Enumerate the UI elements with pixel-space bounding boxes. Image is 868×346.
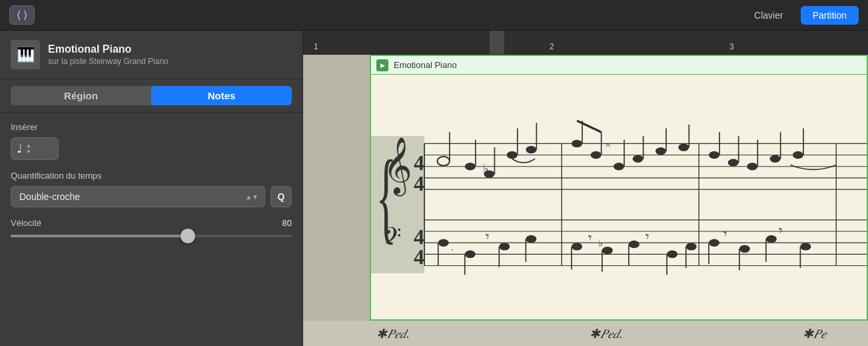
svg-point-40 xyxy=(633,155,644,163)
insert-group: Insérer ♩ ▲ ▼ xyxy=(11,122,292,160)
top-bar-right: Clavier Partition xyxy=(742,6,859,25)
svg-text:𝄢: 𝄢 xyxy=(383,223,402,255)
pedal-row: ✱𝑃𝑒𝑑. ✱𝑃𝑒𝑑. ✱𝑃𝑒 xyxy=(303,321,868,346)
quantization-select[interactable]: Double-croche xyxy=(11,186,265,207)
svg-text:𝄾: 𝄾 xyxy=(486,233,489,239)
clef-background xyxy=(303,55,370,321)
notes-toggle-button[interactable]: Notes xyxy=(151,86,292,105)
svg-point-55 xyxy=(793,151,803,159)
quantization-select-wrapper: Double-croche ▲▼ xyxy=(11,186,265,207)
top-bar-left: ⟨ ⟩ xyxy=(9,5,35,25)
velocity-label-row: Vélocité 80 xyxy=(11,218,292,228)
svg-point-44 xyxy=(678,143,689,151)
track-name: Emotional Piano xyxy=(48,43,169,55)
svg-point-35 xyxy=(591,151,602,159)
svg-text:^: ^ xyxy=(606,142,611,152)
region-toggle-button[interactable]: Région xyxy=(11,86,151,105)
timeline-mark-2: 2 xyxy=(550,42,554,51)
stepper-down-icon: ▼ xyxy=(26,149,31,155)
svg-point-83 xyxy=(739,245,750,253)
svg-point-33 xyxy=(572,140,582,147)
note-icon: ♩ xyxy=(17,141,22,156)
timeline-mark-3: 3 xyxy=(729,42,734,51)
region-header: ▶ Emotional Piano xyxy=(371,56,867,75)
playhead-indicator xyxy=(490,31,504,54)
stepper-up-icon: ▲ xyxy=(26,143,31,149)
insert-label: Insérer xyxy=(11,122,292,132)
left-panel: 🎹 Emotional Piano sur la piste Steinway … xyxy=(0,31,303,346)
svg-point-51 xyxy=(747,163,757,170)
svg-point-73 xyxy=(629,241,640,248)
controls-section: Insérer ♩ ▲ ▼ Quantification du temps xyxy=(0,113,302,247)
svg-point-57 xyxy=(438,239,449,246)
svg-text:𝄾: 𝄾 xyxy=(646,233,649,239)
velocity-value: 80 xyxy=(282,218,292,228)
svg-point-78 xyxy=(686,243,697,250)
track-details: Emotional Piano sur la piste Steinway Gr… xyxy=(48,43,169,66)
note-stepper[interactable]: ♩ ▲ ▼ xyxy=(11,137,59,160)
svg-text:4: 4 xyxy=(414,245,424,269)
svg-point-65 xyxy=(526,235,536,243)
tab-clavier-button[interactable]: Clavier xyxy=(742,6,795,25)
svg-point-76 xyxy=(667,251,677,258)
track-info: 🎹 Emotional Piano sur la piste Steinway … xyxy=(0,31,302,79)
svg-point-24 xyxy=(465,163,476,170)
svg-point-85 xyxy=(766,235,777,243)
tab-partition-button[interactable]: Partition xyxy=(801,6,859,25)
app-container: ⟨ ⟩ Clavier Partition 🎹 Emotional Piano … xyxy=(0,0,868,346)
svg-point-31 xyxy=(526,146,536,153)
q-button[interactable]: Q xyxy=(270,186,292,207)
svg-point-29 xyxy=(507,151,518,159)
svg-text:𝄾: 𝄾 xyxy=(723,231,727,237)
svg-text:.: . xyxy=(451,243,454,253)
main-area: 🎹 Emotional Piano sur la piste Steinway … xyxy=(0,31,868,346)
svg-point-80 xyxy=(709,239,719,246)
quantization-label: Quantification du temps xyxy=(11,171,292,181)
track-subtitle: sur la piste Steinway Grand Piano xyxy=(48,57,169,66)
svg-text:𝄞: 𝄞 xyxy=(383,137,412,197)
notation-area: { 𝄞 𝄢 4 4 4 4 xyxy=(371,75,867,319)
svg-point-67 xyxy=(572,243,582,250)
timeline-mark-1: 1 xyxy=(314,42,318,51)
svg-point-47 xyxy=(709,151,719,159)
pedal-mark-2: ✱𝑃𝑒𝑑. xyxy=(590,326,623,341)
quantization-group: Quantification du temps Double-croche ▲▼… xyxy=(11,171,292,207)
svg-line-46 xyxy=(577,121,602,132)
pedal-mark-3: ✱𝑃𝑒 xyxy=(803,326,826,341)
svg-point-22 xyxy=(438,157,450,166)
score-content: ▶ Emotional Piano xyxy=(370,55,868,321)
right-panel: 1 2 3 ▶ Emotional Piano xyxy=(303,31,868,346)
svg-point-53 xyxy=(770,155,781,163)
svg-text:𝄾: 𝄾 xyxy=(779,227,782,233)
toggle-bar: Région Notes xyxy=(0,79,302,113)
velocity-slider-fill xyxy=(11,235,188,237)
svg-text:♭: ♭ xyxy=(598,238,603,249)
svg-point-70 xyxy=(602,247,613,254)
piano-icon: 🎹 xyxy=(17,46,35,63)
svg-point-60 xyxy=(465,251,476,258)
svg-text:♭: ♭ xyxy=(483,162,488,175)
velocity-group: Vélocité 80 xyxy=(11,218,292,237)
pedal-mark-1: ✱𝑃𝑒𝑑. xyxy=(376,326,410,341)
region-play-button[interactable]: ▶ xyxy=(376,59,388,71)
velocity-slider-track[interactable] xyxy=(11,235,292,237)
svg-point-63 xyxy=(499,243,510,250)
region-name: Emotional Piano xyxy=(394,60,457,70)
stepper-arrows: ▲ ▼ xyxy=(26,143,31,155)
velocity-label: Vélocité xyxy=(11,218,41,228)
score-full-area: ▶ Emotional Piano xyxy=(303,55,868,346)
score-svg: { 𝄞 𝄢 4 4 4 4 xyxy=(371,75,867,319)
svg-point-42 xyxy=(655,147,666,155)
svg-point-49 xyxy=(728,159,739,166)
track-icon: 🎹 xyxy=(11,40,40,69)
smart-controls-icon: ⟨ ⟩ xyxy=(17,9,27,21)
velocity-slider-thumb[interactable] xyxy=(181,229,195,243)
top-bar: ⟨ ⟩ Clavier Partition xyxy=(0,0,868,31)
smart-controls-button[interactable]: ⟨ ⟩ xyxy=(9,5,35,25)
svg-point-88 xyxy=(800,243,811,250)
svg-point-38 xyxy=(614,163,624,170)
svg-text:4: 4 xyxy=(414,171,424,195)
svg-text:𝄾: 𝄾 xyxy=(588,235,592,241)
quantization-row: Double-croche ▲▼ Q xyxy=(11,186,292,207)
timeline-bar: 1 2 3 xyxy=(303,31,868,55)
